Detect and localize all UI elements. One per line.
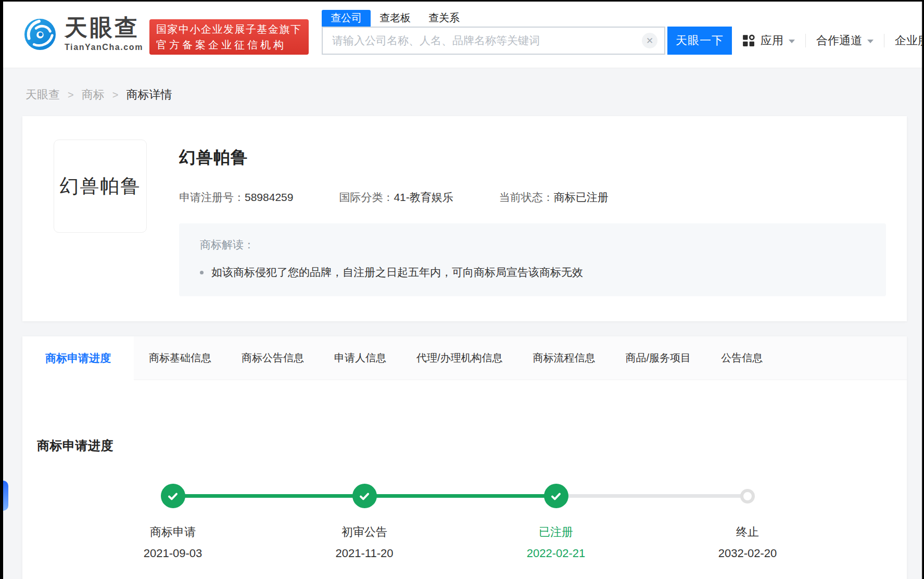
field-value: 商标已注册 [554, 191, 609, 203]
breadcrumb-separator: > [68, 89, 74, 101]
step-label: 已注册 [539, 524, 573, 540]
logo-domain: TianYanCha.com [65, 43, 143, 52]
timeline-step-application: 商标申请 2021-09-03 [77, 484, 269, 560]
chevron-down-icon [867, 40, 874, 43]
field-registration-number: 申请注册号：58984259 [179, 190, 293, 205]
breadcrumb: 天眼查 > 商标 > 商标详情 [26, 87, 922, 103]
field-label: 国际分类： [339, 191, 394, 203]
official-certification-badge: 国家中小企业发展子基金旗下 官方备案企业征信机构 [149, 19, 309, 55]
logo-title: 天眼查 [65, 16, 143, 39]
tab-goods-services[interactable]: 商品/服务项目 [611, 336, 706, 380]
field-value: 41-教育娱乐 [394, 191, 453, 203]
tab-announcement-info[interactable]: 商标公告信息 [226, 336, 319, 380]
field-value: 58984259 [245, 191, 293, 203]
step-date: 2021-11-20 [336, 547, 394, 560]
progress-timeline: 商标申请 2021-09-03 初审公告 2021-11-20 [77, 484, 843, 560]
field-international-class: 国际分类：41-教育娱乐 [339, 190, 453, 205]
search-tab-company[interactable]: 查公司 [322, 10, 371, 27]
check-circle-icon [352, 484, 377, 508]
field-label: 当前状态： [499, 191, 554, 203]
search-input-box: ✕ [322, 27, 665, 55]
field-current-status: 当前状态：商标已注册 [499, 190, 609, 205]
interpretation-note: 如该商标侵犯了您的品牌，自注册之日起五年内，可向商标局宣告该商标无效 [211, 265, 583, 280]
search-tab-relation[interactable]: 查关系 [420, 10, 469, 27]
chevron-down-icon [789, 40, 795, 43]
timeline-step-preliminary-announcement: 初审公告 2021-11-20 [269, 484, 460, 560]
nav-partner-label: 合作通道 [816, 33, 862, 48]
detail-tabbar: 商标申请进度 商标基础信息 商标公告信息 申请人信息 代理/办理机构信息 商标流… [22, 336, 907, 380]
step-label: 商标申请 [150, 524, 196, 540]
page: 天眼查 TianYanCha.com 国家中小企业发展子基金旗下 官方备案企业征… [3, 2, 923, 579]
search-button[interactable]: 天眼一下 [667, 27, 732, 55]
breadcrumb-trademark[interactable]: 商标 [82, 87, 105, 103]
trademark-image: 幻兽帕鲁 [54, 140, 147, 233]
tianyancha-logo-icon [24, 18, 56, 51]
tab-agency-info[interactable]: 代理/办理机构信息 [401, 336, 518, 380]
app-grid-icon [742, 34, 755, 47]
step-date: 2032-02-20 [718, 547, 777, 560]
trademark-name: 幻兽帕鲁 [179, 146, 886, 169]
search-input[interactable] [323, 34, 642, 47]
breadcrumb-current: 商标详情 [126, 87, 172, 103]
trademark-summary-card: 幻兽帕鲁 幻兽帕鲁 申请注册号：58984259 国际分类：41-教育娱乐 当前… [22, 116, 907, 321]
tab-basic-info[interactable]: 商标基础信息 [134, 336, 226, 380]
timeline-step-registered: 已注册 2022-02-21 [460, 484, 652, 560]
trademark-summary-body: 幻兽帕鲁 申请注册号：58984259 国际分类：41-教育娱乐 当前状态：商标… [179, 140, 886, 296]
search-tabs: 查公司 查老板 查关系 [322, 10, 732, 27]
tianyancha-logo[interactable]: 天眼查 TianYanCha.com [24, 16, 143, 52]
nav-partner-channel[interactable]: 合作通道 [816, 33, 874, 48]
badge-line2: 官方备案企业征信机构 [156, 37, 302, 53]
check-circle-icon [544, 484, 568, 508]
breadcrumb-separator: > [112, 89, 119, 101]
pending-circle-icon [740, 489, 755, 504]
trademark-interpretation-box: 商标解读： 如该商标侵犯了您的品牌，自注册之日起五年内，可向商标局宣告该商标无效 [179, 223, 886, 296]
search-row: ✕ 天眼一下 [322, 27, 732, 55]
nav-enterprise-label: 企业服务 [895, 33, 923, 48]
floating-side-widget[interactable] [3, 481, 8, 511]
tab-process-info[interactable]: 商标流程信息 [518, 336, 611, 380]
nav-enterprise[interactable]: 企业服务 [895, 33, 923, 48]
search-tab-boss[interactable]: 查老板 [371, 10, 420, 27]
step-label: 初审公告 [341, 524, 387, 540]
trademark-fields: 申请注册号：58984259 国际分类：41-教育娱乐 当前状态：商标已注册 [179, 190, 886, 205]
tab-applicant-info[interactable]: 申请人信息 [319, 336, 401, 380]
check-circle-icon [161, 484, 185, 508]
nav-divider [884, 34, 884, 47]
trademark-detail-card: 商标申请进度 商标基础信息 商标公告信息 申请人信息 代理/办理机构信息 商标流… [22, 336, 907, 579]
top-header: 天眼查 TianYanCha.com 国家中小企业发展子基金旗下 官方备案企业征… [3, 2, 922, 68]
nav-apps[interactable]: 应用 [742, 33, 795, 48]
nav-divider [805, 34, 806, 47]
timeline-steps: 商标申请 2021-09-03 初审公告 2021-11-20 [77, 484, 843, 560]
nav-apps-label: 应用 [761, 33, 783, 48]
clear-input-icon[interactable]: ✕ [642, 33, 657, 48]
tab-notice-info[interactable]: 公告信息 [706, 336, 778, 380]
tab-progress[interactable]: 商标申请进度 [22, 336, 134, 380]
step-date: 2021-09-03 [144, 547, 202, 560]
bullet-dot-icon [200, 271, 204, 274]
timeline-step-termination: 终止 2032-02-20 [652, 484, 843, 560]
interpretation-item: 如该商标侵犯了您的品牌，自注册之日起五年内，可向商标局宣告该商标无效 [200, 265, 865, 280]
field-label: 申请注册号： [179, 191, 245, 203]
step-label: 终止 [736, 524, 759, 540]
badge-line1: 国家中小企业发展子基金旗下 [156, 21, 302, 37]
search-module: 查公司 查老板 查关系 ✕ 天眼一下 [322, 10, 732, 55]
header-nav: 应用 合作通道 企业服务 [742, 27, 923, 55]
breadcrumb-home[interactable]: 天眼查 [26, 87, 60, 103]
progress-section-title: 商标申请进度 [37, 437, 907, 454]
step-date: 2022-02-21 [527, 547, 586, 560]
logo-text: 天眼查 TianYanCha.com [65, 16, 143, 52]
interpretation-title: 商标解读： [200, 237, 865, 252]
